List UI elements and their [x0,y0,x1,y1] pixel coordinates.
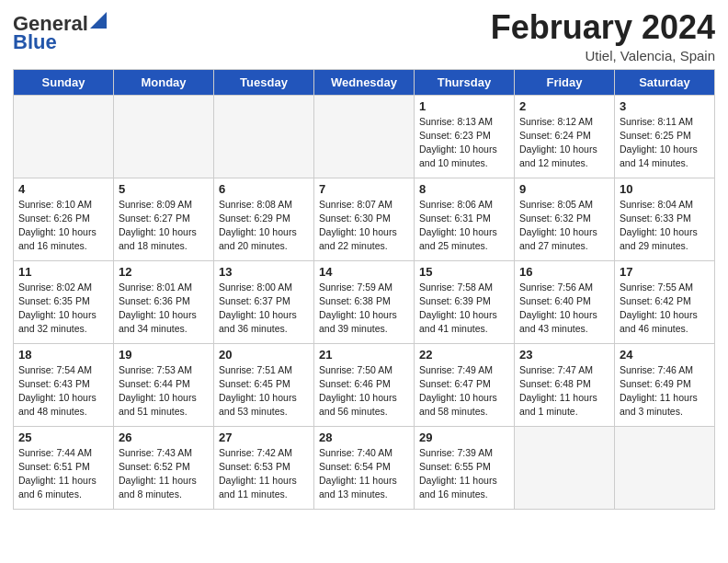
calendar-cell: 25Sunrise: 7:44 AM Sunset: 6:51 PM Dayli… [14,426,114,509]
calendar-cell: 18Sunrise: 7:54 AM Sunset: 6:43 PM Dayli… [14,343,114,426]
day-number: 27 [219,431,309,444]
day-info: Sunrise: 8:02 AM Sunset: 6:35 PM Dayligh… [18,281,108,337]
calendar-cell: 4Sunrise: 8:10 AM Sunset: 6:26 PM Daylig… [14,178,114,260]
calendar-table: SundayMondayTuesdayWednesdayThursdayFrid… [13,69,715,510]
day-info: Sunrise: 7:44 AM Sunset: 6:51 PM Dayligh… [18,446,108,502]
day-info: Sunrise: 7:56 AM Sunset: 6:40 PM Dayligh… [519,281,609,337]
calendar-page: General Blue February 2024 Utiel, Valenc… [0,0,728,523]
calendar-cell: 2Sunrise: 8:12 AM Sunset: 6:24 PM Daylig… [515,95,615,178]
calendar-cell: 1Sunrise: 8:13 AM Sunset: 6:23 PM Daylig… [415,95,515,178]
day-number: 7 [319,182,409,196]
day-number: 6 [219,182,309,196]
day-info: Sunrise: 7:54 AM Sunset: 6:43 PM Dayligh… [18,363,108,419]
calendar-cell: 14Sunrise: 7:59 AM Sunset: 6:38 PM Dayli… [314,260,415,343]
calendar-cell: 7Sunrise: 8:07 AM Sunset: 6:30 PM Daylig… [314,178,415,260]
day-number: 11 [18,265,108,279]
weekday-header-wednesday: Wednesday [314,69,415,95]
day-number: 26 [119,431,209,444]
calendar-week-row: 1Sunrise: 8:13 AM Sunset: 6:23 PM Daylig… [14,95,715,178]
calendar-cell: 15Sunrise: 7:58 AM Sunset: 6:39 PM Dayli… [415,260,515,343]
weekday-header-tuesday: Tuesday [214,69,314,95]
day-info: Sunrise: 8:01 AM Sunset: 6:36 PM Dayligh… [119,281,209,337]
calendar-cell: 3Sunrise: 8:11 AM Sunset: 6:25 PM Daylig… [615,95,715,178]
day-number: 12 [119,265,209,279]
day-info: Sunrise: 7:40 AM Sunset: 6:54 PM Dayligh… [319,446,409,502]
calendar-cell [14,95,114,178]
day-number: 17 [620,265,710,279]
calendar-cell [114,95,214,178]
day-number: 9 [519,182,609,196]
day-info: Sunrise: 8:12 AM Sunset: 6:24 PM Dayligh… [519,115,609,171]
day-info: Sunrise: 8:09 AM Sunset: 6:27 PM Dayligh… [119,198,209,254]
svg-marker-0 [90,12,107,29]
calendar-cell: 22Sunrise: 7:49 AM Sunset: 6:47 PM Dayli… [415,343,515,426]
day-number: 1 [419,99,509,113]
calendar-cell: 20Sunrise: 7:51 AM Sunset: 6:45 PM Dayli… [214,343,314,426]
calendar-subtitle: Utiel, Valencia, Spain [491,48,715,63]
day-number: 2 [519,99,609,113]
day-info: Sunrise: 8:04 AM Sunset: 6:33 PM Dayligh… [620,198,710,254]
day-number: 18 [18,348,108,362]
calendar-cell: 16Sunrise: 7:56 AM Sunset: 6:40 PM Dayli… [515,260,615,343]
day-info: Sunrise: 7:42 AM Sunset: 6:53 PM Dayligh… [219,446,309,502]
day-number: 22 [419,348,509,362]
day-number: 15 [419,265,509,279]
calendar-week-row: 4Sunrise: 8:10 AM Sunset: 6:26 PM Daylig… [14,178,715,260]
day-info: Sunrise: 7:47 AM Sunset: 6:48 PM Dayligh… [519,363,609,419]
calendar-cell: 26Sunrise: 7:43 AM Sunset: 6:52 PM Dayli… [114,426,214,509]
day-number: 3 [620,99,710,113]
day-info: Sunrise: 8:08 AM Sunset: 6:29 PM Dayligh… [219,198,309,254]
weekday-header-saturday: Saturday [615,69,715,95]
calendar-header-row: SundayMondayTuesdayWednesdayThursdayFrid… [14,69,715,95]
day-number: 5 [119,182,209,196]
day-number: 21 [319,348,409,362]
day-number: 20 [219,348,309,362]
calendar-cell: 23Sunrise: 7:47 AM Sunset: 6:48 PM Dayli… [515,343,615,426]
calendar-cell: 17Sunrise: 7:55 AM Sunset: 6:42 PM Dayli… [615,260,715,343]
day-number: 24 [620,348,710,362]
calendar-cell: 6Sunrise: 8:08 AM Sunset: 6:29 PM Daylig… [214,178,314,260]
day-info: Sunrise: 8:05 AM Sunset: 6:32 PM Dayligh… [519,198,609,254]
calendar-cell [214,95,314,178]
day-info: Sunrise: 7:53 AM Sunset: 6:44 PM Dayligh… [119,363,209,419]
logo-icon [90,12,107,29]
calendar-cell: 24Sunrise: 7:46 AM Sunset: 6:49 PM Dayli… [615,343,715,426]
calendar-title: February 2024 [491,9,715,46]
weekday-header-sunday: Sunday [14,69,114,95]
day-number: 8 [419,182,509,196]
day-info: Sunrise: 7:43 AM Sunset: 6:52 PM Dayligh… [119,446,209,502]
calendar-cell: 8Sunrise: 8:06 AM Sunset: 6:31 PM Daylig… [415,178,515,260]
day-info: Sunrise: 7:46 AM Sunset: 6:49 PM Dayligh… [620,363,710,419]
calendar-week-row: 18Sunrise: 7:54 AM Sunset: 6:43 PM Dayli… [14,343,715,426]
day-number: 14 [319,265,409,279]
day-number: 13 [219,265,309,279]
calendar-cell: 10Sunrise: 8:04 AM Sunset: 6:33 PM Dayli… [615,178,715,260]
day-info: Sunrise: 8:13 AM Sunset: 6:23 PM Dayligh… [419,115,509,171]
weekday-header-friday: Friday [515,69,615,95]
calendar-cell [314,95,415,178]
day-info: Sunrise: 8:06 AM Sunset: 6:31 PM Dayligh… [419,198,509,254]
weekday-header-monday: Monday [114,69,214,95]
day-info: Sunrise: 7:55 AM Sunset: 6:42 PM Dayligh… [620,281,710,337]
day-number: 16 [519,265,609,279]
day-number: 10 [620,182,710,196]
day-number: 25 [18,431,108,444]
calendar-cell: 12Sunrise: 8:01 AM Sunset: 6:36 PM Dayli… [114,260,214,343]
day-info: Sunrise: 8:00 AM Sunset: 6:37 PM Dayligh… [219,281,309,337]
calendar-cell [515,426,615,509]
day-info: Sunrise: 7:39 AM Sunset: 6:55 PM Dayligh… [419,446,509,502]
calendar-week-row: 25Sunrise: 7:44 AM Sunset: 6:51 PM Dayli… [14,426,715,509]
day-number: 28 [319,431,409,444]
day-info: Sunrise: 8:07 AM Sunset: 6:30 PM Dayligh… [319,198,409,254]
calendar-cell: 19Sunrise: 7:53 AM Sunset: 6:44 PM Dayli… [114,343,214,426]
weekday-header-thursday: Thursday [415,69,515,95]
calendar-cell: 5Sunrise: 8:09 AM Sunset: 6:27 PM Daylig… [114,178,214,260]
calendar-cell: 13Sunrise: 8:00 AM Sunset: 6:37 PM Dayli… [214,260,314,343]
day-info: Sunrise: 7:51 AM Sunset: 6:45 PM Dayligh… [219,363,309,419]
day-info: Sunrise: 8:10 AM Sunset: 6:26 PM Dayligh… [18,198,108,254]
day-number: 19 [119,348,209,362]
calendar-cell: 28Sunrise: 7:40 AM Sunset: 6:54 PM Dayli… [314,426,415,509]
calendar-cell [615,426,715,509]
calendar-cell: 29Sunrise: 7:39 AM Sunset: 6:55 PM Dayli… [415,426,515,509]
day-number: 4 [18,182,108,196]
